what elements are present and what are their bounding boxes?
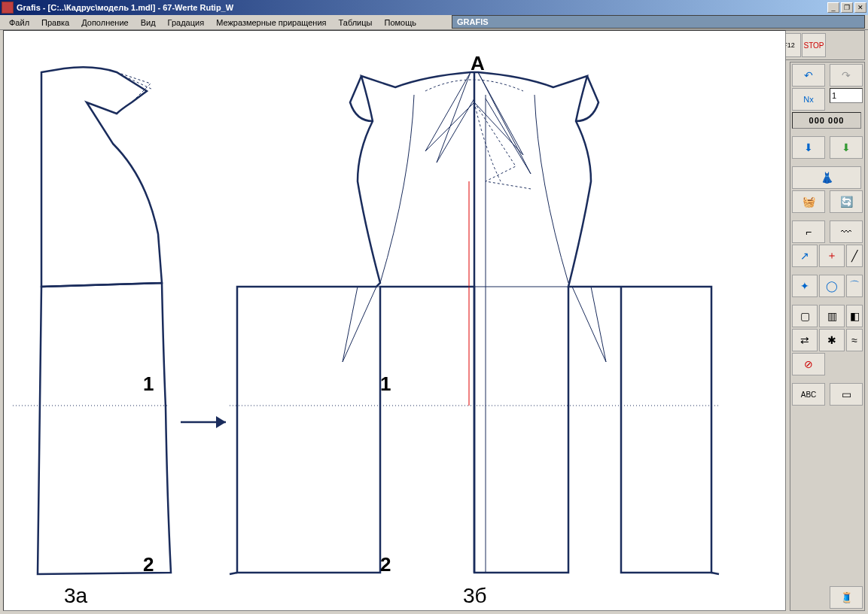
window-title: Grafis - [C:..\Кадрус\модель 1.mdl] - 67…	[17, 3, 827, 12]
line-icon[interactable]: ↗	[792, 245, 818, 267]
delete-icon[interactable]: ⊘	[792, 353, 825, 375]
menu-file[interactable]: Файл	[3, 17, 35, 29]
label-right-2: 2	[380, 553, 391, 576]
arc-icon[interactable]: ⌒	[846, 275, 863, 297]
piece-outline-icon[interactable]: ▭	[830, 383, 863, 406]
window-titlebar: Grafis - [C:..\Кадрус\модель 1.mdl] - 67…	[0, 0, 868, 15]
caption-left: 3а	[64, 584, 88, 607]
transform-icon[interactable]: 🔄	[830, 190, 863, 213]
label-right-1: 1	[380, 372, 391, 395]
cross-icon[interactable]: ＋	[819, 245, 845, 267]
close-button[interactable]: ✕	[854, 2, 866, 13]
counter-display: 000 000	[792, 112, 861, 129]
pattern2-icon[interactable]: ▥	[819, 305, 845, 327]
menu-view[interactable]: Вид	[135, 17, 162, 29]
nx-input[interactable]	[830, 88, 863, 103]
app-icon	[2, 2, 14, 14]
arrow-down-green-icon[interactable]: ⬇	[830, 136, 863, 159]
circle-icon[interactable]: ◯	[819, 275, 845, 297]
pattern3-icon[interactable]: ◧	[846, 305, 863, 327]
restore-button[interactable]: ❐	[841, 2, 853, 13]
right-panel: ↶ ↷ Nx 000 000 ⬇ ⬇ 👗 🧺 🔄 ⌐ 〰 ↗ ＋ ╱ ✦ ◯ ⌒…	[790, 62, 865, 611]
menu-addition[interactable]: Дополнение	[75, 17, 134, 29]
menu-help[interactable]: Помощь	[378, 17, 422, 29]
star-dot-icon[interactable]: ✱	[819, 329, 845, 351]
nx-icon[interactable]: Nx	[792, 88, 825, 111]
stop-icon[interactable]: STOP	[802, 33, 826, 57]
menu-edit[interactable]: Правка	[35, 17, 75, 29]
label-A: А	[471, 52, 485, 74]
corner-icon[interactable]: ⌐	[792, 220, 825, 243]
menu-tables[interactable]: Таблицы	[333, 17, 379, 29]
subwindow-title: GRAFIS	[457, 17, 489, 26]
mirror-icon[interactable]: ⇄	[792, 329, 818, 351]
basket-icon[interactable]: 🧺	[792, 190, 825, 213]
minimize-button[interactable]: _	[827, 2, 839, 13]
arrow-icon	[181, 416, 226, 428]
menu-intersize[interactable]: Межразмерные приращения	[210, 17, 332, 29]
wave-icon[interactable]: ≈	[846, 329, 863, 351]
redo-icon[interactable]: ↷	[830, 64, 863, 87]
piece-tool-icon[interactable]: 👗	[792, 166, 861, 189]
diag-icon[interactable]: ╱	[846, 245, 863, 267]
undo-icon[interactable]: ↶	[792, 64, 825, 87]
curve-icon[interactable]: 〰	[830, 220, 863, 243]
sparkle-icon[interactable]: ✦	[792, 275, 818, 297]
subwindow-titlebar: GRAFIS	[452, 15, 865, 29]
arrow-down-blue-icon[interactable]: ⬇	[792, 136, 825, 159]
label-left-2: 2	[143, 553, 154, 576]
canvas[interactable]: 1 2 3а	[3, 30, 786, 611]
pattern1-icon[interactable]: ▢	[792, 305, 818, 327]
caption-right: 3б	[463, 584, 487, 607]
menu-grading[interactable]: Градация	[162, 17, 211, 29]
abc-icon[interactable]: ABC	[792, 383, 825, 406]
machine-icon[interactable]: 🧵	[830, 586, 863, 609]
label-left-1: 1	[143, 372, 154, 395]
